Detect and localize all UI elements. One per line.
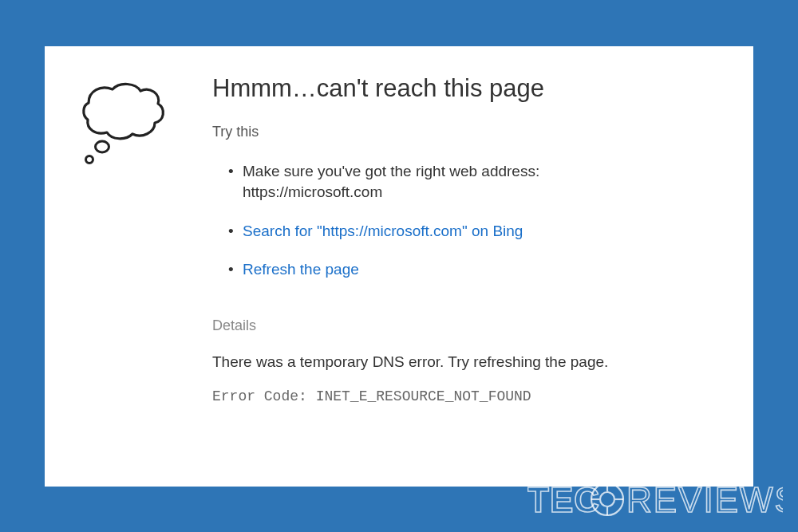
suggestions-list: Make sure you've got the right web addre… xyxy=(212,161,721,281)
check-address-text-1: Make sure you've got the right web addre… xyxy=(243,163,539,179)
details-section-label: Details xyxy=(212,317,721,334)
svg-point-1 xyxy=(86,156,93,163)
page-title: Hmmm…can't reach this page xyxy=(212,73,721,103)
svg-point-3 xyxy=(591,483,623,515)
details-message: There was a temporary DNS error. Try ref… xyxy=(212,353,721,371)
thought-bubble-icon xyxy=(77,75,188,171)
icon-column xyxy=(77,70,188,171)
content-column: Hmmm…can't reach this page Try this Make… xyxy=(212,70,721,405)
suggestion-search-bing: Search for "https://microsoft.com" on Bi… xyxy=(228,221,721,242)
suggestion-check-address: Make sure you've got the right web addre… xyxy=(228,161,721,203)
error-code-prefix: Error Code: xyxy=(212,388,316,404)
try-this-label: Try this xyxy=(212,124,721,140)
check-address-text-2: https://microsoft.com xyxy=(243,183,382,200)
suggestion-refresh: Refresh the page xyxy=(228,259,721,281)
error-code-line: Error Code: INET_E_RESOURCE_NOT_FOUND xyxy=(212,388,721,404)
search-bing-link[interactable]: Search for "https://microsoft.com" on Bi… xyxy=(243,223,523,239)
refresh-page-link[interactable]: Refresh the page xyxy=(243,261,359,278)
svg-point-0 xyxy=(96,141,109,152)
error-code-value: INET_E_RESOURCE_NOT_FOUND xyxy=(316,388,531,404)
svg-point-4 xyxy=(600,492,614,506)
error-card: Hmmm…can't reach this page Try this Make… xyxy=(45,46,753,487)
